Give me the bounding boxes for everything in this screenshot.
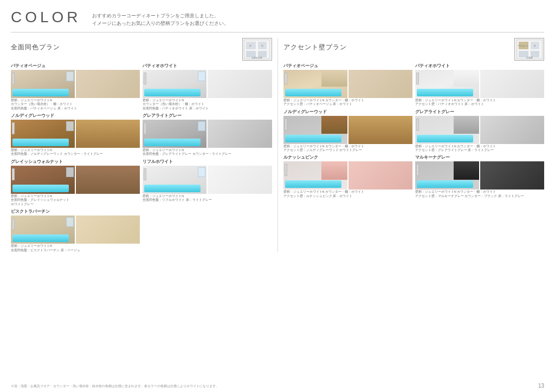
color-name: パティオホワイト <box>143 63 272 69</box>
image-pair <box>11 215 140 244</box>
image-pair <box>143 120 272 148</box>
image-pair <box>415 116 544 144</box>
swatch-image <box>76 215 140 244</box>
swatch-image <box>480 116 544 144</box>
color-name: グレイッシュウォルナット <box>11 159 140 165</box>
caption: 壁柄：ジュエリーホワイトN カウンター・棚：ホワイトアクセント壁：グレアライトグ… <box>415 145 544 153</box>
caption: 壁柄：ジュエリーホワイトN全面同色盤：グレイッシュウォルナットホワイトグレー <box>11 194 140 206</box>
caption: 壁柄：ジュエリーホワイトN全面同色盤：ノルディグレーウッド カウンター：ライトグ… <box>11 148 140 156</box>
image-pair <box>283 161 412 190</box>
color-block-r-dark: マルキーナグレー <box>415 155 544 198</box>
color-block-r-patio-beige: パティオベージュ <box>283 63 412 107</box>
room-image <box>11 166 75 194</box>
image-pair <box>143 70 272 98</box>
swatch-image <box>349 70 412 98</box>
caption: 壁柄：ジュエリーホワイトN カウンター・棚：ホワイトアクセント壁：ノルディグレー… <box>283 145 412 153</box>
header: COLOR おすすめカラーコーディネートプランをご用意しました。 イメージにあっ… <box>11 10 544 32</box>
color-block-grea: グレアライトグレー 壁柄：ジュエリーホワ <box>143 113 272 156</box>
svg-text:壁: 壁 <box>249 44 251 47</box>
page-title: COLOR <box>11 10 81 25</box>
room-image <box>415 161 479 190</box>
room-image <box>283 116 347 144</box>
color-name: ビスクトラバーチン <box>11 209 140 214</box>
swatch-image <box>76 166 140 194</box>
room-image <box>415 70 479 98</box>
room-image <box>143 166 206 194</box>
caption: 壁柄：ジュエリーホワイトN全面同色盤：リフルホワイト 床：ライトグレー <box>143 194 272 202</box>
caption: 壁柄：ジュエリーホワイトN カウンター・棚：ホワイトアクセント壁：パティオホワイ… <box>415 99 544 107</box>
footnote: ※浴・洗面・お風呂フロア・カウンター・洗い場水栓・給水栓の色柄は仕様に含まれます… <box>11 384 219 389</box>
room-image <box>11 120 75 148</box>
caption: 壁柄：ジュエリーホワイトN カウンター・棚：ホワイトアクセント壁：パティオベージ… <box>283 99 412 107</box>
svg-text:お部分共有: お部分共有 <box>251 56 262 59</box>
swatch-image <box>208 120 272 148</box>
image-pair <box>143 166 272 194</box>
color-name: マルキーナグレー <box>415 155 544 160</box>
room-image <box>11 215 75 244</box>
swatch-image <box>208 166 272 194</box>
left-color-grid: パティオベージュ 壁柄：ジュエリーホワイ <box>11 63 272 252</box>
left-section-title: 全面同色プラン <box>11 43 60 52</box>
color-name: ノルディグレーウッド <box>283 109 412 115</box>
right-section-header: アクセント壁プラン アクセント 壁 正面壁 <box>283 38 545 61</box>
color-block-r-nordi: ノルディグレーウッド <box>283 109 412 153</box>
image-pair <box>11 70 140 98</box>
room-image <box>415 116 479 144</box>
color-name: グレアライトグレー <box>143 113 272 119</box>
caption: 壁柄：ジュエリーホワイトN全面同色盤：ビスクトラバーチン 床：ベージュ <box>11 244 140 252</box>
color-block-lf-white: リフルホワイト 壁柄：ジュエリーホワイト <box>143 159 272 206</box>
image-pair <box>283 70 412 98</box>
svg-text:壁: 壁 <box>261 44 263 47</box>
room-image <box>143 120 206 148</box>
svg-text:アクセント: アクセント <box>518 45 528 47</box>
color-name: リフルホワイト <box>143 159 272 165</box>
color-block-r-patio-white: パティオホワイト <box>415 63 544 107</box>
caption: 壁柄：ジュエリーホワイトN カウンター・棚：ホワイトアクセント壁：ルナッシュピン… <box>283 190 412 198</box>
swatch-image <box>76 70 140 98</box>
left-diagram: 壁 壁 お部分共有 <box>242 38 272 61</box>
svg-text:正面壁: 正面壁 <box>526 56 533 59</box>
color-block-walnut: グレイッシュウォルナット 壁柄：ジュエリ <box>11 159 140 206</box>
caption: 壁柄：ジュエリーホワイトN カウンター・棚：ホワイトアクセント壁：マルキーナグレ… <box>415 190 544 198</box>
page: COLOR おすすめカラーコーディネートプランをご用意しました。 イメージにあっ… <box>0 0 555 392</box>
swatch-image <box>349 161 412 190</box>
color-name: グレアライトグレー <box>415 109 544 115</box>
color-block-patio-beige: パティオベージュ 壁柄：ジュエリーホワイ <box>11 63 140 110</box>
color-block-nordi: ノルディグレーウッド 壁柄：ジュエリーホ <box>11 113 140 156</box>
right-color-grid: パティオベージュ <box>283 63 545 199</box>
room-image <box>11 70 75 98</box>
left-section: 全面同色プラン 壁 壁 お部分共有 <box>11 38 272 252</box>
color-block-r-pink: ルナッシュピンク <box>283 155 412 198</box>
swatch-image <box>76 120 140 148</box>
swatch-image <box>480 70 544 98</box>
empty-cell <box>143 209 272 252</box>
caption: 壁柄：ジュエリーホワイトNカウンター（洗い場水栓）・棚：ホワイト全面同色盤：パテ… <box>143 99 272 110</box>
right-section: アクセント壁プラン アクセント 壁 正面壁 <box>283 38 545 252</box>
color-name: ルナッシュピンク <box>283 155 412 160</box>
color-name: パティオホワイト <box>415 63 544 69</box>
room-image <box>283 161 347 190</box>
left-section-header: 全面同色プラン 壁 壁 お部分共有 <box>11 38 272 61</box>
color-name: ノルディグレーウッド <box>11 113 140 119</box>
color-block-biscuit: ビスクトラバーチン 壁柄：ジュエリーホワ <box>11 209 140 252</box>
caption: 壁柄：ジュエリーホワイトNカウンター（洗い場水栓）・棚：ホワイト全面同色盤：パテ… <box>11 99 140 110</box>
color-name: パティオベージュ <box>11 63 140 69</box>
color-block-r-grea: グレアライトグレー <box>415 109 544 153</box>
color-name: パティオベージュ <box>283 63 412 69</box>
image-pair <box>11 166 140 194</box>
section-divider <box>278 38 278 252</box>
page-number: 13 <box>538 383 544 389</box>
swatch-image <box>208 70 272 98</box>
image-pair <box>415 70 544 98</box>
right-diagram: アクセント 壁 正面壁 <box>514 38 544 61</box>
caption: 壁柄：ジュエリーホワイトN全面同色盤：グレアライトグレー カウンター：ライトグレ… <box>143 148 272 156</box>
swatch-image <box>349 116 412 144</box>
main-content: 全面同色プラン 壁 壁 お部分共有 <box>11 38 544 252</box>
swatch-image <box>480 161 544 190</box>
header-description: おすすめカラーコーディネートプランをご用意しました。 イメージにあったお気に入り… <box>92 10 229 28</box>
color-block-patio-white: パティオホワイト 壁柄：ジュエリーホワイ <box>143 63 272 110</box>
image-pair <box>11 120 140 148</box>
image-pair <box>415 161 544 190</box>
room-image <box>283 70 347 98</box>
right-section-title: アクセント壁プラン <box>283 43 347 52</box>
